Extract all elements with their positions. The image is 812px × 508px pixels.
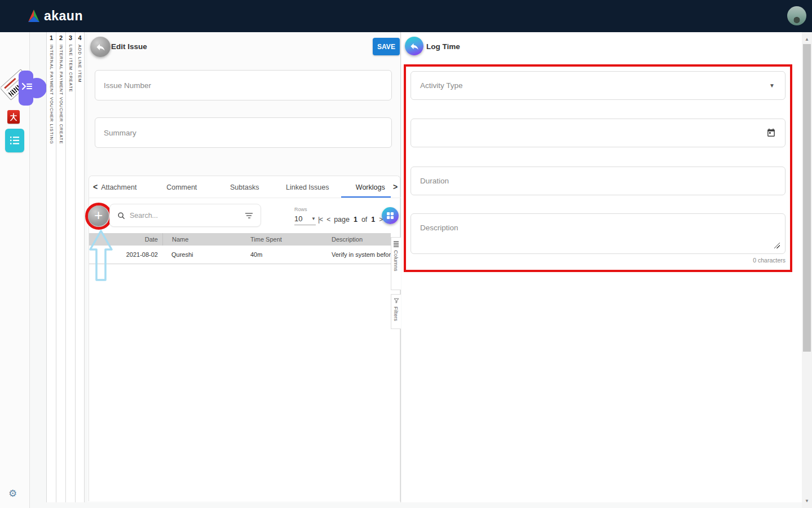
- prev-page-icon[interactable]: <: [326, 216, 330, 224]
- page-word: page: [334, 216, 350, 224]
- col-date[interactable]: Date: [89, 236, 162, 243]
- scroll-down-icon[interactable]: ▼: [802, 498, 812, 503]
- panel-title: Edit Issue: [111, 42, 147, 51]
- table-header-row: Date Name Time Spent Description: [89, 233, 391, 246]
- filter-list-icon[interactable]: [245, 213, 253, 218]
- first-page-icon[interactable]: |<: [318, 216, 323, 224]
- vertical-tab-3[interactable]: 3 LINE ITEM CREATE: [65, 32, 75, 502]
- log-time-back-button[interactable]: [405, 37, 423, 55]
- edit-issue-panel: Edit Issue SAVE Issue Number Summary Att…: [87, 32, 401, 502]
- grid-icon: [386, 212, 394, 220]
- cell-date: 2021-08-02: [89, 251, 162, 258]
- cell-name: Qureshi: [162, 246, 241, 264]
- save-button[interactable]: SAVE: [373, 38, 400, 55]
- add-worklog-button[interactable]: +: [88, 205, 109, 226]
- duration-field[interactable]: Duration: [411, 167, 785, 195]
- of-word: of: [361, 216, 367, 224]
- detail-tabs: Attachment Comment Subtasks Linked Issue…: [89, 176, 401, 198]
- summary-field[interactable]: Summary: [95, 117, 392, 148]
- issue-detail-card: Attachment Comment Subtasks Linked Issue…: [89, 176, 400, 501]
- rows-per-page-label: Rows: [294, 207, 307, 212]
- duration-label: Duration: [420, 177, 449, 185]
- settings-gear-icon[interactable]: ⚙: [8, 488, 17, 500]
- foxit-app-icon[interactable]: [7, 110, 20, 124]
- tabs-scroll-left-icon[interactable]: <: [91, 182, 99, 191]
- columns-tool[interactable]: Columns: [391, 237, 401, 290]
- rows-per-page-select[interactable]: 10 ▼: [294, 214, 316, 225]
- table-side-tools: Columns Filters: [391, 237, 401, 329]
- dai-character-icon: [9, 112, 18, 122]
- caret-down-icon: ▼: [311, 216, 316, 221]
- worklogs-table: Date Name Time Spent Description 2021-08…: [89, 233, 391, 264]
- active-tab-indicator: [341, 196, 391, 198]
- description-textarea[interactable]: Description: [411, 213, 785, 254]
- tab-linked-issues[interactable]: Linked Issues: [276, 176, 339, 198]
- open-screens-tabstrip: 1 INTERNAL PAYMENT VOUCHER LISTING 2 INT…: [46, 32, 85, 502]
- console-list-icon: [21, 82, 33, 91]
- col-description[interactable]: Description: [315, 236, 391, 243]
- calendar-icon[interactable]: [766, 128, 776, 138]
- page-total: 1: [371, 216, 375, 224]
- issue-number-field[interactable]: Issue Number: [95, 70, 392, 100]
- console-drawer-handle[interactable]: [19, 71, 37, 106]
- back-button[interactable]: [90, 37, 111, 57]
- log-time-panel: Log Time Activity Type ▼ Duration Descri…: [401, 32, 802, 502]
- scrollbar-thumb[interactable]: [803, 44, 811, 352]
- brand-name: akaun: [44, 8, 83, 24]
- vertical-tab-4[interactable]: 4 ADD LINE ITEM: [75, 32, 85, 502]
- col-name[interactable]: Name: [162, 233, 241, 246]
- resize-handle-icon[interactable]: [774, 243, 780, 248]
- issue-number-label: Issue Number: [104, 81, 151, 90]
- columns-grip-icon: [394, 241, 399, 247]
- date-field[interactable]: [411, 119, 785, 147]
- page-current: 1: [354, 216, 358, 224]
- brand-logo: akaun: [27, 8, 83, 24]
- plus-icon: +: [94, 208, 103, 222]
- pagination: |< < page 1 of 1 > >|: [318, 216, 391, 224]
- search-icon: [117, 212, 125, 220]
- vertical-tab-1[interactable]: 1 INTERNAL PAYMENT VOUCHER LISTING: [46, 32, 56, 502]
- top-header-bar: akaun: [0, 0, 812, 32]
- col-time-spent[interactable]: Time Spent: [241, 236, 315, 243]
- panel-title: Log Time: [426, 42, 460, 51]
- description-label: Description: [420, 224, 458, 232]
- left-icon-rail: ⚙: [0, 32, 30, 508]
- page-scrollbar[interactable]: ▲ ▼: [802, 32, 812, 508]
- filter-funnel-icon: [394, 298, 399, 304]
- user-avatar[interactable]: [787, 6, 806, 25]
- worklog-search-box: [109, 204, 261, 227]
- list-app-icon[interactable]: [5, 129, 24, 152]
- cell-time-spent: 40m: [241, 251, 315, 258]
- filters-label: Filters: [393, 306, 399, 321]
- caret-down-icon: ▼: [769, 82, 775, 89]
- tab-comment[interactable]: Comment: [151, 176, 214, 198]
- app-window: akaun: [0, 0, 812, 508]
- grid-view-button[interactable]: [382, 207, 399, 224]
- scroll-up-icon[interactable]: ▲: [802, 37, 812, 42]
- list-lines-icon: [9, 134, 20, 147]
- search-input[interactable]: [130, 212, 237, 220]
- activity-type-label: Activity Type: [420, 81, 463, 90]
- filters-tool[interactable]: Filters: [391, 294, 401, 329]
- character-count: 0 characters: [411, 257, 785, 264]
- vertical-tab-2[interactable]: 2 INTERNAL PAYMENT VOUCHER CREATE: [56, 32, 65, 502]
- activity-type-select[interactable]: Activity Type ▼: [411, 71, 785, 100]
- back-arrow-icon: [409, 41, 420, 51]
- back-arrow-icon: [95, 42, 106, 52]
- tab-subtasks[interactable]: Subtasks: [213, 176, 276, 198]
- tabs-scroll-right-icon[interactable]: >: [391, 182, 399, 191]
- cell-description: Verify in system before replyi: [315, 251, 391, 258]
- table-row[interactable]: 2021-08-02 Qureshi 40m Verify in system …: [89, 246, 391, 264]
- columns-label: Columns: [393, 250, 399, 271]
- akaun-triangle-icon: [27, 9, 41, 24]
- summary-label: Summary: [104, 129, 136, 137]
